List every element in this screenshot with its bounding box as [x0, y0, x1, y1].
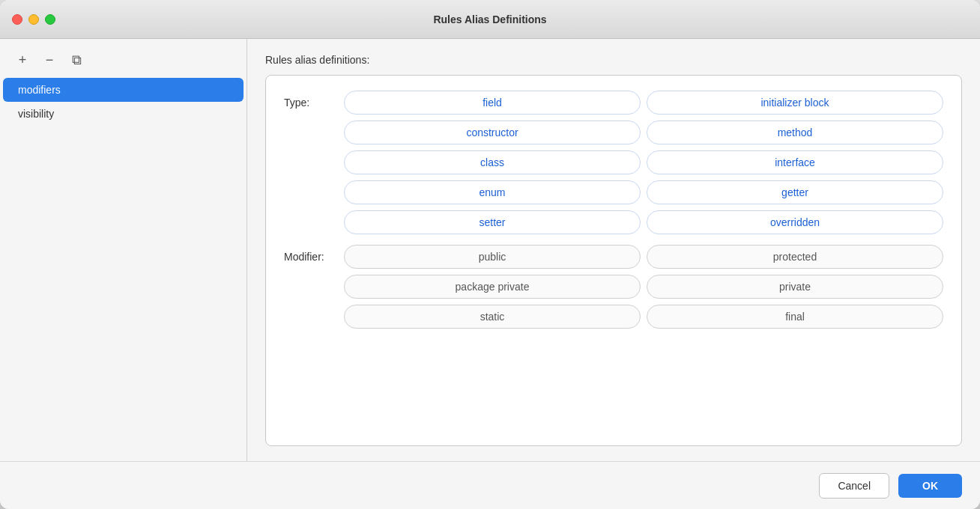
- modifier-btn-package-private[interactable]: package private: [344, 275, 641, 299]
- type-label: Type:: [284, 91, 344, 109]
- type-btn-constructor[interactable]: constructor: [344, 121, 641, 144]
- type-btn-field[interactable]: field: [344, 91, 641, 115]
- modifier-btn-protected[interactable]: protected: [647, 245, 943, 269]
- modifier-group: Modifier: public protected package priva…: [284, 245, 943, 329]
- sidebar-toolbar: + − ⧉: [0, 51, 246, 78]
- section-label: Rules alias definitions:: [265, 54, 962, 66]
- type-btn-enum[interactable]: enum: [344, 180, 641, 204]
- modifier-btn-final[interactable]: final: [647, 305, 943, 329]
- type-btn-setter[interactable]: setter: [344, 210, 641, 234]
- type-btn-interface[interactable]: interface: [647, 150, 943, 174]
- type-group: Type: field initializer block constructo…: [284, 91, 943, 234]
- minimize-button[interactable]: [28, 14, 39, 25]
- modifier-btn-public[interactable]: public: [344, 245, 641, 269]
- sidebar-item-modifiers[interactable]: modifiers: [3, 78, 244, 102]
- footer: Cancel OK: [0, 461, 980, 509]
- cancel-button[interactable]: Cancel: [819, 473, 889, 499]
- modifier-btn-static[interactable]: static: [344, 305, 641, 329]
- type-btn-class[interactable]: class: [344, 150, 641, 174]
- main-content: Rules alias definitions: Type: field ini…: [247, 39, 980, 461]
- main-window: Rules Alias Definitions + − ⧉ modifiers …: [0, 0, 980, 509]
- window-body: + − ⧉ modifiers visibility Rules alias d…: [0, 39, 980, 461]
- panel-inner[interactable]: Type: field initializer block constructo…: [266, 76, 961, 445]
- traffic-lights: [12, 14, 55, 25]
- type-buttons-grid: field initializer block constructor meth…: [344, 91, 943, 234]
- definitions-panel: Type: field initializer block constructo…: [265, 75, 962, 446]
- remove-button[interactable]: −: [39, 51, 60, 69]
- maximize-button[interactable]: [45, 14, 55, 25]
- ok-button[interactable]: OK: [898, 474, 962, 498]
- modifier-buttons-grid: public protected package private private…: [344, 245, 943, 329]
- modifier-btn-private[interactable]: private: [647, 275, 943, 299]
- close-button[interactable]: [12, 14, 22, 25]
- add-button[interactable]: +: [12, 51, 33, 69]
- modifier-label: Modifier:: [284, 245, 344, 263]
- type-btn-method[interactable]: method: [647, 121, 943, 144]
- sidebar: + − ⧉ modifiers visibility: [0, 39, 247, 461]
- type-btn-overridden[interactable]: overridden: [647, 210, 943, 234]
- copy-button[interactable]: ⧉: [66, 51, 87, 69]
- titlebar: Rules Alias Definitions: [0, 0, 980, 39]
- type-btn-getter[interactable]: getter: [647, 180, 943, 204]
- sidebar-item-visibility[interactable]: visibility: [3, 102, 244, 126]
- window-title: Rules Alias Definitions: [433, 13, 546, 25]
- type-btn-initializer-block[interactable]: initializer block: [647, 91, 943, 115]
- sidebar-list: modifiers visibility: [0, 78, 246, 126]
